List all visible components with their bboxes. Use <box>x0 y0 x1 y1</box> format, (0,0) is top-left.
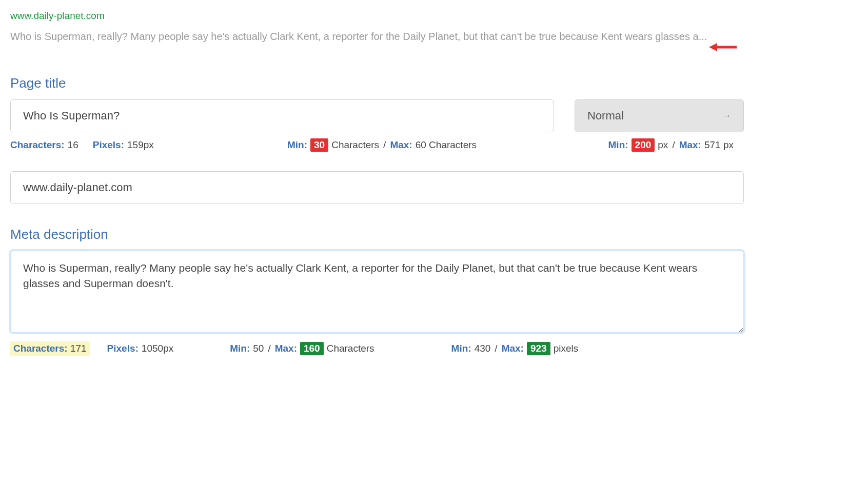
meta-pixels-count: Pixels: 1050px <box>107 343 174 354</box>
page-title-heading: Page title <box>10 75 744 91</box>
serp-preview-description: Who is Superman, really? Many people say… <box>10 29 707 44</box>
title-pixel-range: Min: 200 px / Max: 571 px <box>608 138 734 152</box>
title-style-dropdown-label: Normal <box>587 109 624 123</box>
serp-preview-description-row: Who is Superman, really? Many people say… <box>10 29 744 55</box>
title-char-range: Min: 30 Characters / Max: 60 Characters <box>287 138 477 152</box>
annotation-arrow-icon <box>709 42 737 55</box>
svg-marker-1 <box>709 43 717 51</box>
meta-max-chars-badge: 160 <box>300 342 324 355</box>
meta-description-textarea[interactable] <box>10 251 744 333</box>
meta-max-px-badge: 923 <box>527 342 550 355</box>
title-min-chars-badge: 30 <box>310 138 328 152</box>
title-style-dropdown[interactable]: Normal → <box>575 99 744 132</box>
meta-description-heading: Meta description <box>10 227 744 242</box>
meta-pixel-range: Min: 430 / Max: 923 pixels <box>451 342 579 355</box>
title-pixels-count: Pixels: 159px <box>93 139 154 151</box>
arrow-right-icon: → <box>722 111 731 121</box>
meta-char-range: Min: 50 / Max: 160 Characters <box>230 342 374 355</box>
meta-characters-count: Characters: 171 <box>10 341 90 356</box>
page-url-input[interactable] <box>10 171 744 204</box>
title-min-px-badge: 200 <box>632 138 655 152</box>
page-title-input[interactable] <box>10 99 554 132</box>
title-characters-count: Characters: 16 <box>10 139 78 151</box>
serp-preview-url: www.daily-planet.com <box>10 10 744 22</box>
